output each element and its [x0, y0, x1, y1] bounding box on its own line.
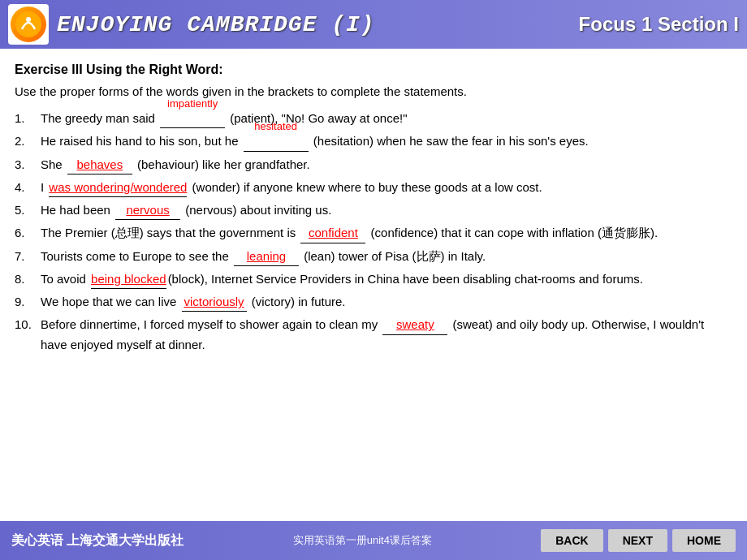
home-button[interactable]: HOME	[672, 529, 736, 552]
list-item: 1. The greedy man said impatiently (pati…	[15, 109, 732, 128]
answer-4: was wondering/wondered	[49, 178, 187, 197]
header-focus: Focus 1 Section I	[579, 13, 739, 36]
list-item: 7. Tourists come to Europe to see the le…	[15, 247, 732, 266]
footer-left-text: 美心英语 上海交通大学出版社	[11, 532, 184, 549]
header-left: ENJOYING CAMBRIDGE (I)	[8, 4, 375, 45]
list-item: 5. He had been nervous (nervous) about i…	[15, 200, 732, 220]
exercise-instruction: Use the proper forms of the words given …	[15, 82, 732, 101]
svg-point-0	[15, 11, 41, 37]
list-item: 2. He raised his hand to his son, but he…	[15, 131, 732, 151]
exercise-list: 1. The greedy man said impatiently (pati…	[15, 109, 732, 354]
answer-7: leaning	[234, 247, 299, 266]
footer-nav-buttons: BACK NEXT HOME	[541, 529, 736, 552]
next-button[interactable]: NEXT	[608, 529, 667, 552]
answer-10: sweaty	[382, 315, 447, 334]
list-item: 3. She behaves (behaviour) like her gran…	[15, 155, 732, 174]
answer-8: being blocked	[91, 269, 166, 289]
footer: 美心英语 上海交通大学出版社 实用英语第一册unit4课后答案 BACK NEX…	[0, 521, 747, 560]
back-button[interactable]: BACK	[541, 529, 602, 552]
logo-icon	[11, 6, 46, 42]
answer-3: behaves	[67, 155, 132, 174]
blank-2: hesitated	[244, 131, 309, 151]
exercise-title: Exercise III Using the Right Word:	[15, 60, 732, 80]
list-item: 8. To avoid being blocked(block), Intern…	[15, 269, 732, 289]
svg-point-1	[26, 17, 31, 22]
answer-6: confident	[300, 223, 365, 243]
blank-1: impatiently	[160, 109, 225, 128]
content-area: Exercise III Using the Right Word: Use t…	[0, 49, 747, 364]
answer-5: nervous	[115, 200, 180, 220]
list-item: 6. The Premier (总理) says that the govern…	[15, 223, 732, 243]
logo	[8, 4, 49, 45]
header: ENJOYING CAMBRIDGE (I) Focus 1 Section I	[0, 0, 747, 49]
answer-9: victoriously	[182, 292, 247, 312]
header-title: ENJOYING CAMBRIDGE (I)	[57, 12, 375, 37]
list-item: 9. We hope that we can live victoriously…	[15, 292, 732, 312]
answer-2: hesitated	[254, 118, 297, 135]
answer-1: impatiently	[167, 96, 218, 112]
list-item: 4. I was wondering/wondered (wonder) if …	[15, 178, 732, 197]
list-item: 10. Before dinnertime, I forced myself t…	[15, 315, 732, 354]
footer-center-text: 实用英语第一册unit4课后答案	[293, 533, 432, 548]
